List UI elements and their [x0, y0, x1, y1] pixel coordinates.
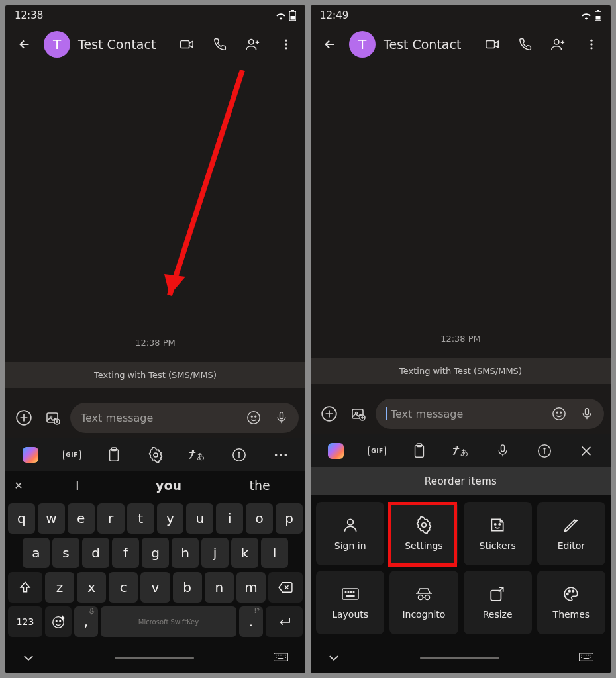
clipboard-button[interactable] — [101, 442, 127, 468]
key-y[interactable]: y — [157, 503, 184, 534]
video-call-button[interactable] — [478, 30, 506, 58]
backspace-key[interactable] — [268, 572, 303, 603]
enter-key[interactable] — [266, 606, 303, 637]
svg-rect-66 — [342, 589, 358, 599]
add-contact-button[interactable] — [239, 30, 267, 58]
tile-incognito[interactable]: Incognito — [389, 571, 458, 634]
key-l[interactable]: l — [261, 538, 288, 568]
key-q[interactable]: q — [8, 503, 35, 534]
message-input[interactable]: Text message — [70, 403, 299, 433]
tile-themes[interactable]: Themes — [537, 571, 605, 634]
key-k[interactable]: k — [231, 538, 258, 568]
period-key[interactable]: . !? — [239, 606, 263, 637]
key-s[interactable]: s — [52, 538, 79, 568]
tile-settings[interactable]: Settings — [389, 502, 458, 565]
key-a[interactable]: a — [23, 538, 50, 568]
gallery-button[interactable] — [41, 406, 65, 430]
copilot-button[interactable] — [323, 438, 349, 464]
settings-button[interactable] — [142, 442, 169, 468]
key-r[interactable]: r — [97, 503, 125, 534]
nav-bar — [5, 644, 305, 673]
copilot-icon — [23, 447, 38, 463]
gesture-pill[interactable] — [115, 657, 194, 659]
copilot-button[interactable] — [17, 442, 44, 468]
suggestion-3[interactable]: the — [214, 478, 305, 493]
collapse-keyboard-button[interactable] — [328, 654, 340, 662]
shift-key[interactable] — [8, 572, 42, 603]
svg-point-14 — [248, 412, 260, 424]
key-n[interactable]: n — [205, 572, 234, 603]
key-z[interactable]: z — [45, 572, 74, 603]
key-d[interactable]: d — [82, 538, 109, 568]
key-t[interactable]: t — [127, 503, 154, 534]
call-button[interactable] — [206, 30, 234, 58]
contact-name[interactable]: Test Contact — [384, 37, 473, 52]
gallery-button[interactable] — [346, 402, 370, 426]
video-call-button[interactable] — [173, 30, 201, 58]
key-i[interactable]: i — [216, 503, 243, 534]
space-key[interactable]: Microsoft SwiftKey — [101, 606, 236, 637]
more-tools-button[interactable] — [268, 442, 294, 468]
contact-avatar[interactable]: T — [44, 31, 70, 58]
resize-icon — [489, 585, 506, 603]
emoji-button[interactable] — [547, 402, 571, 426]
more-menu-button[interactable] — [578, 30, 605, 58]
key-o[interactable]: o — [246, 503, 273, 534]
keyboard-switch-button[interactable] — [274, 653, 288, 663]
gif-button[interactable]: GIF — [364, 438, 391, 464]
collapse-keyboard-button[interactable] — [23, 654, 34, 662]
more-menu-button[interactable] — [272, 30, 300, 58]
key-x[interactable]: x — [77, 572, 106, 603]
key-e[interactable]: e — [68, 503, 95, 534]
status-time: 12:49 — [320, 9, 348, 21]
key-j[interactable]: j — [201, 538, 229, 568]
info-button[interactable] — [226, 442, 252, 468]
chat-area: 12:38 PM Texting with Test (SMS/MMS) — [5, 64, 305, 397]
tile-stickers[interactable]: Stickers — [464, 502, 532, 565]
add-attachment-button[interactable] — [317, 402, 341, 426]
key-p[interactable]: p — [276, 503, 303, 534]
key-w[interactable]: w — [38, 503, 65, 534]
key-u[interactable]: u — [186, 503, 213, 534]
key-m[interactable]: m — [236, 572, 266, 603]
call-button[interactable] — [511, 30, 539, 58]
suggestion-1[interactable]: I — [32, 478, 123, 493]
tile-layouts[interactable]: Layouts — [316, 571, 384, 634]
key-h[interactable]: h — [172, 538, 199, 568]
tile-resize[interactable]: Resize — [464, 571, 532, 634]
gif-button[interactable]: GIF — [59, 442, 85, 468]
mic-button[interactable] — [489, 438, 516, 464]
svg-point-4 — [249, 40, 254, 44]
voice-message-button[interactable] — [575, 402, 599, 426]
key-f[interactable]: f — [112, 538, 139, 568]
numeric-key[interactable]: 123 — [8, 606, 42, 637]
info-button[interactable] — [531, 438, 558, 464]
comma-key[interactable]: , — [74, 606, 98, 637]
back-button[interactable] — [316, 30, 344, 58]
emoji-key[interactable] — [45, 606, 72, 637]
key-c[interactable]: c — [109, 572, 138, 603]
keyboard-switch-button[interactable] — [579, 653, 593, 663]
tile-sign-in[interactable]: Sign in — [316, 502, 384, 565]
contact-name[interactable]: Test Contact — [78, 37, 168, 52]
emoji-button[interactable] — [242, 406, 266, 430]
translate-button[interactable]: あ — [448, 438, 474, 464]
close-suggestions-button[interactable]: ✕ — [5, 479, 32, 492]
tile-editor[interactable]: Editor — [537, 502, 605, 565]
svg-point-33 — [278, 655, 280, 656]
key-v[interactable]: v — [140, 572, 170, 603]
translate-button[interactable]: あ — [184, 442, 211, 468]
svg-point-6 — [285, 43, 287, 45]
back-button[interactable] — [11, 30, 38, 58]
close-toolbar-button[interactable] — [573, 438, 599, 464]
contact-avatar[interactable]: T — [349, 31, 376, 58]
gesture-pill[interactable] — [420, 657, 499, 659]
suggestion-2[interactable]: you — [123, 478, 215, 493]
add-contact-button[interactable] — [544, 30, 572, 58]
key-b[interactable]: b — [173, 572, 202, 603]
clipboard-button[interactable] — [406, 438, 433, 464]
key-g[interactable]: g — [142, 538, 169, 568]
add-attachment-button[interactable] — [12, 406, 36, 430]
message-input[interactable]: Text message — [376, 399, 604, 429]
voice-message-button[interactable] — [270, 406, 293, 430]
